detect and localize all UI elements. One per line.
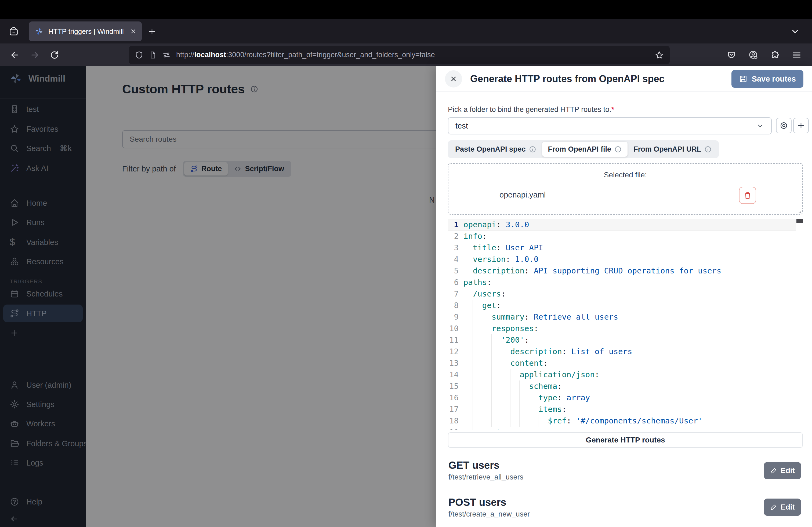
extensions-icon[interactable] [770,50,780,60]
trash-icon [743,191,752,200]
reload-button[interactable] [46,47,63,63]
indent-guide [463,288,473,300]
view-folder-button[interactable] [776,118,792,133]
indent-guide [492,415,501,427]
bookmark-star-icon[interactable] [655,50,664,60]
menu-icon[interactable] [792,50,802,60]
code-line[interactable]: 2info: [448,230,796,242]
permissions-icon[interactable] [162,51,171,59]
code-line[interactable]: 6paths: [448,277,796,288]
tab-close-icon[interactable] [130,28,136,35]
code-line[interactable]: 14application/json: [448,369,796,380]
info-icon[interactable] [704,146,712,153]
folder-select[interactable] [448,117,772,134]
code-line[interactable]: 18$ref: '#/components/schemas/User' [448,415,796,427]
indent-guide [510,392,520,404]
code-line[interactable]: 19post: [448,427,796,430]
code-line[interactable]: 9summary: Retrieve all users [448,311,796,323]
indent-guide [463,334,473,346]
tab-from-file[interactable]: From OpenAPI file [542,142,628,157]
line-number: 14 [448,369,459,380]
info-icon[interactable] [529,146,536,153]
indent-guide [520,380,529,392]
screen: HTTP triggers | Windmill [0,0,812,527]
account-icon[interactable] [748,50,758,60]
indent-guide [473,380,482,392]
code-token: $ref [548,415,567,427]
page-icon[interactable] [149,51,157,59]
route-result-title: POST users [448,497,506,508]
drawer-close-button[interactable] [445,70,462,88]
save-routes-button[interactable]: Save routes [731,70,803,88]
new-tab-button[interactable] [148,27,156,36]
edit-route-button[interactable]: Edit [764,499,801,516]
code-line[interactable]: 12description: List of users [448,346,796,358]
folder-input[interactable] [455,122,756,131]
resize-handle-icon[interactable] [797,209,801,213]
plus-icon [797,121,805,130]
indent-guide [463,427,473,430]
code-line[interactable]: 13content: [448,358,796,369]
remove-file-button[interactable] [739,187,756,204]
line-number: 6 [448,277,459,288]
code-line[interactable]: 8get: [448,300,796,311]
pocket-icon[interactable] [727,50,736,60]
code-token: : [496,242,506,254]
url-text[interactable]: http://localhost:3000/routes?filter_path… [176,51,646,59]
code-line[interactable]: 3title: User API [448,242,796,254]
indent-guide [463,392,473,404]
generate-routes-button[interactable]: Generate HTTP routes [448,432,803,448]
folder-row [448,117,803,134]
browser-tab[interactable]: HTTP triggers | Windmill [29,21,142,41]
firefox-view-button[interactable] [5,23,22,40]
code-line[interactable]: 10responses: [448,323,796,334]
url-host: localhost [194,51,226,59]
line-number: 9 [448,311,459,323]
code-token: : [557,392,567,404]
forward-button[interactable] [26,47,43,63]
code-token: : [567,415,576,427]
browser-tab-bar: HTTP triggers | Windmill [0,19,812,44]
line-number: 1 [448,219,459,230]
url-bar[interactable]: http://localhost:3000/routes?filter_path… [129,46,670,64]
info-icon[interactable] [614,146,622,153]
indent-guide [482,415,492,427]
code-line[interactable]: 4version: 1.0.0 [448,254,796,265]
openapi-code-editor[interactable]: 1openapi: 3.0.02info:3title: User API4ve… [448,219,803,430]
code-token: List of users [571,346,632,358]
tab-list-chevron-icon[interactable] [791,27,800,36]
editor-scrollbar-thumb[interactable] [796,219,803,223]
code-line[interactable]: 5description: API supporting CRUD operat… [448,265,796,277]
code-token: : [524,265,534,277]
code-token: summary [492,311,524,323]
line-number: 4 [448,254,459,265]
add-folder-button[interactable] [793,118,809,133]
code-token: 3.0.0 [506,219,529,230]
code-line[interactable]: 1openapi: 3.0.0 [448,219,796,230]
code-line[interactable]: 16type: array [448,392,796,404]
indent-guide [501,346,510,358]
indent-guide [492,392,501,404]
code-line[interactable]: 7/users: [448,288,796,300]
indent-guide [492,346,501,358]
edit-route-button[interactable]: Edit [764,462,801,479]
drawer-title: Generate HTTP routes from OpenAPI spec [470,73,665,85]
code-line[interactable]: 11'200': [448,334,796,346]
tab-from-url[interactable]: From OpenAPI URL [627,142,717,157]
indent-guide [510,415,520,427]
edit-label: Edit [781,503,795,511]
code-line[interactable]: 15schema: [448,380,796,392]
shield-icon[interactable] [135,51,143,59]
indent-guide [473,300,482,311]
spec-source-tabs: Paste OpenAPI spec From OpenAPI file Fro… [448,140,719,158]
modal-dim-overlay[interactable] [0,66,436,527]
back-button[interactable] [6,47,23,63]
code-line[interactable]: 17items: [448,404,796,415]
indent-guide [482,334,492,346]
route-result-path: f/test/retrieve_all_users [448,473,523,481]
tab-paste-spec[interactable]: Paste OpenAPI spec [449,142,542,157]
file-dropzone[interactable]: Selected file: openapi.yaml [448,163,803,215]
indent-guide [463,358,473,369]
indent-guide [482,323,492,334]
code-token: : [506,254,515,265]
